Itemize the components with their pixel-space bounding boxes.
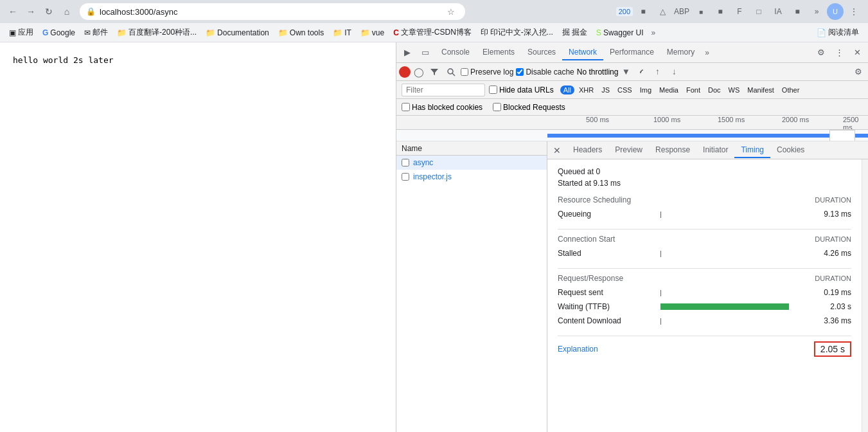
preserve-log-option[interactable]: Preserve log xyxy=(461,68,513,76)
bookmark-csdn[interactable]: C 文章管理-CSDN博客 xyxy=(389,26,475,39)
export-button[interactable]: ↓ xyxy=(667,65,681,79)
vue-folder-icon: 📁 xyxy=(360,28,370,37)
devtools-settings-button[interactable]: ⚙ xyxy=(813,44,829,61)
filter-type-js[interactable]: JS xyxy=(598,86,613,94)
tab-cookies[interactable]: Cookies xyxy=(770,143,811,158)
record-button[interactable] xyxy=(399,66,411,78)
profile-avatar[interactable]: U xyxy=(827,3,844,20)
wireless-icon-button[interactable] xyxy=(633,65,648,79)
bookmark-apps-label: 应用 xyxy=(18,27,33,38)
file-item-inspector[interactable]: inspector.js xyxy=(396,170,547,184)
extension-icon-8[interactable]: IA xyxy=(769,3,787,21)
bookmark-google[interactable]: G Google xyxy=(39,27,79,39)
chrome-menu-button[interactable]: ⋮ xyxy=(845,3,863,21)
bookmark-it[interactable]: 📁 IT xyxy=(329,27,355,39)
filter-type-css[interactable]: CSS xyxy=(614,86,635,94)
devtools-responsive-button[interactable]: ▭ xyxy=(417,44,434,61)
tab-sources[interactable]: Sources xyxy=(521,45,562,60)
devtools-cursor-button[interactable]: ▶ xyxy=(399,44,416,61)
tab-performance[interactable]: Performance xyxy=(603,45,660,60)
timing-scrollbar[interactable] xyxy=(862,159,868,432)
reload-button[interactable]: ↻ xyxy=(41,4,57,19)
hide-data-urls-checkbox[interactable] xyxy=(489,86,497,94)
stalled-value: 4.26 ms xyxy=(806,249,851,258)
stop-button[interactable]: ◯ xyxy=(413,66,425,78)
filter-type-media[interactable]: Media xyxy=(656,86,682,94)
bookmark-google-label: Google xyxy=(50,28,75,37)
address-bar[interactable]: 🔒 localhost:3000/async ☆ xyxy=(80,3,465,20)
bookmark-mail[interactable]: ✉ 邮件 xyxy=(80,26,112,39)
tab-response[interactable]: Response xyxy=(649,143,696,158)
extension-icon-6[interactable]: F xyxy=(731,3,748,21)
blocked-requests-checkbox[interactable] xyxy=(493,103,501,111)
tab-headers[interactable]: Headers xyxy=(567,143,608,158)
bookmark-apps[interactable]: ▣ 应用 xyxy=(5,26,37,39)
filter-type-xhr[interactable]: XHR xyxy=(576,86,597,94)
extension-icon-9[interactable]: ■ xyxy=(788,3,806,21)
blocked-requests-option[interactable]: Blocked Requests xyxy=(493,103,565,112)
stalled-bar-container xyxy=(660,250,806,256)
filter-type-font[interactable]: Font xyxy=(683,86,704,94)
preserve-log-checkbox[interactable] xyxy=(461,68,468,76)
extension-icon-2[interactable]: △ xyxy=(653,3,671,21)
extension-icon-5[interactable]: ■ xyxy=(711,3,729,21)
file-inspector-checkbox[interactable] xyxy=(402,173,409,181)
devtools-overflow-button[interactable]: ⋮ xyxy=(831,44,847,61)
bookmark-more-button[interactable]: » xyxy=(649,27,659,39)
extension-icon-7[interactable]: □ xyxy=(750,3,768,21)
filter-type-manifest[interactable]: Manifest xyxy=(744,86,777,94)
bookmark-vue[interactable]: 📁 vue xyxy=(357,27,388,39)
filter-type-other[interactable]: Other xyxy=(779,86,803,94)
filter-type-img[interactable]: Img xyxy=(637,86,655,94)
hide-data-urls-option[interactable]: Hide data URLs xyxy=(489,86,554,94)
filter-input[interactable] xyxy=(402,84,485,96)
file-item-async[interactable]: async xyxy=(396,156,547,170)
bookmark-reading-list[interactable]: 📄 阅读清单 xyxy=(813,26,863,39)
tab-memory[interactable]: Memory xyxy=(660,45,701,60)
bookmark-csdn-label: 文章管理-CSDN博客 xyxy=(401,27,472,38)
tab-preview[interactable]: Preview xyxy=(608,143,649,158)
has-blocked-cookies-option[interactable]: Has blocked cookies xyxy=(402,103,483,112)
throttle-dropdown-button[interactable]: ▼ xyxy=(621,64,631,80)
has-blocked-cookies-checkbox[interactable] xyxy=(402,103,410,111)
request-response-duration-label: DURATION xyxy=(815,274,851,282)
disable-cache-option[interactable]: Disable cache xyxy=(516,68,574,76)
search-icon-button[interactable] xyxy=(444,65,458,79)
tab-timing[interactable]: Timing xyxy=(734,143,770,158)
bookmark-yinji[interactable]: 印 印记中文-深入挖... xyxy=(477,26,557,39)
filter-icon-button[interactable] xyxy=(427,65,441,79)
file-async-checkbox[interactable] xyxy=(402,159,409,166)
filter-type-all[interactable]: All xyxy=(560,86,574,94)
bookmark-documentation[interactable]: 📁 Documentation xyxy=(202,27,273,39)
back-button[interactable]: ← xyxy=(5,4,21,19)
extension-icon-4[interactable]: ■ xyxy=(692,3,710,21)
translate-folder-icon: 📁 xyxy=(117,28,127,37)
bookmark-own-tools[interactable]: 📁 Own tools xyxy=(274,27,328,39)
tab-network[interactable]: Network xyxy=(562,45,603,60)
details-tabs: ✕ Headers Preview Response Initiator Tim… xyxy=(547,141,868,159)
bookmark-juejin[interactable]: 掘 掘金 xyxy=(558,26,591,39)
tab-console[interactable]: Console xyxy=(435,45,476,60)
filter-type-doc[interactable]: Doc xyxy=(705,86,724,94)
devtools-close-button[interactable]: ✕ xyxy=(849,44,865,61)
network-settings-button[interactable]: ⚙ xyxy=(851,65,865,79)
disable-cache-checkbox[interactable] xyxy=(516,68,524,76)
bookmark-swagger[interactable]: S Swagger UI xyxy=(592,27,648,39)
tab-initiator[interactable]: Initiator xyxy=(696,143,734,158)
forward-button[interactable]: → xyxy=(23,4,39,19)
bookmark-star-icon[interactable]: ☆ xyxy=(443,4,459,19)
details-close-button[interactable]: ✕ xyxy=(550,143,564,158)
filter-type-ws[interactable]: WS xyxy=(725,86,743,94)
extension-icon-3[interactable]: ABP xyxy=(673,3,691,21)
timing-resource-scheduling: Resource Scheduling DURATION Queueing 9.… xyxy=(558,195,851,221)
tab-elements[interactable]: Elements xyxy=(476,45,521,60)
more-extensions-button[interactable]: » xyxy=(808,3,826,21)
import-button[interactable]: ↑ xyxy=(650,65,664,79)
home-button[interactable]: ⌂ xyxy=(59,4,75,19)
explanation-link[interactable]: Explanation xyxy=(558,345,598,354)
extension-icon-1[interactable]: ■ xyxy=(634,3,652,21)
bookmark-translate[interactable]: 📁 百度翻译-200种语... xyxy=(113,26,200,39)
waiting-ttfb-value: 2.03 s xyxy=(806,302,851,311)
tab-more-button[interactable]: » xyxy=(701,46,713,60)
yinji-icon: 印 xyxy=(481,27,488,38)
